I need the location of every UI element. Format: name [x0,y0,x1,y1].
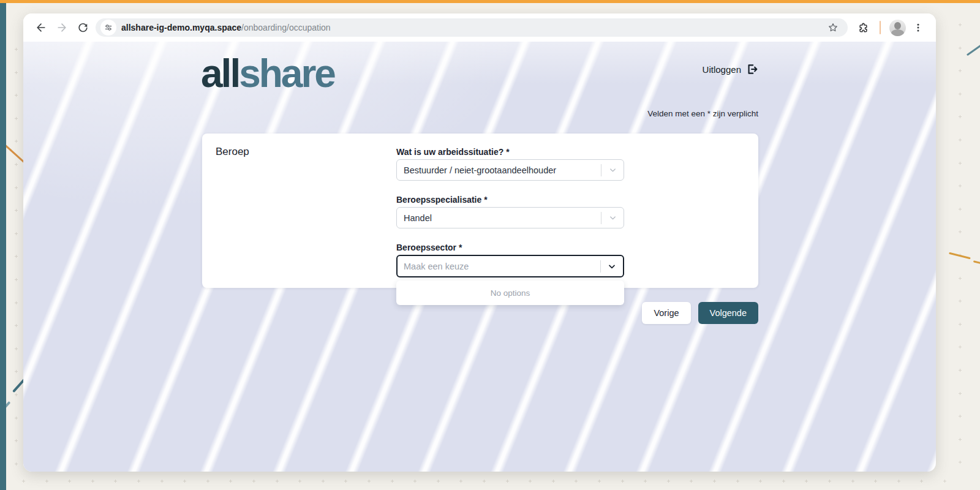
forward-button[interactable] [51,17,72,38]
logout-button[interactable]: Uitloggen [703,63,758,75]
decorative-tick [15,393,18,396]
field-label-sector: Beroepssector * [396,243,462,252]
previous-button[interactable]: Vorige [642,302,690,324]
decorative-tick [15,439,18,442]
decorative-tick [15,209,18,212]
dropdown-empty-message: No options [491,288,530,298]
decorative-tick [943,480,946,483]
reload-button[interactable] [72,17,93,38]
decorative-tick [759,480,762,483]
field-label-arbeidssituatie: Wat is uw arbeidssituatie? * [396,147,510,157]
decorative-tick [920,480,923,483]
decorative-tick [15,94,18,97]
decorative-tick [114,480,117,483]
decorative-tick [15,462,18,466]
select-value: Bestuurder / neiet-grootaandeelhouder [404,165,601,175]
decorative-tick [229,480,232,483]
decorative-tick [959,300,962,303]
decorative-tick [252,480,255,483]
select-sector[interactable]: Maak een keuze [396,255,624,277]
site-info-button[interactable] [100,20,116,36]
required-fields-note: Velden met een * zijn verplicht [647,109,758,118]
decorative-tick [160,480,164,483]
profile-button[interactable] [887,17,908,38]
decorative-tick [15,347,18,350]
decorative-tick [15,324,18,327]
decorative-tick [713,480,716,483]
forward-icon [56,21,68,34]
decorative-tick [22,480,25,483]
select-value: Handel [404,213,601,223]
decorative-tick [529,480,532,483]
decorative-tick [598,480,601,483]
card-title: Beroep [216,146,249,158]
chevron-down-icon [601,262,623,271]
url-bar[interactable]: allshare-ig-demo.myqa.space/onboarding/o… [96,18,848,37]
field-label-specialisatie: Beroepsspecialisatie * [396,195,488,205]
extensions-button[interactable] [853,17,873,38]
select-placeholder: Maak een keuze [404,262,600,271]
chevron-down-icon [601,213,624,222]
sector-dropdown-menu: No options [396,281,624,305]
decorative-tick [959,208,962,211]
decorative-tick [621,480,624,483]
decorative-tick [437,480,440,483]
bookmark-star-icon [827,22,839,33]
decorative-tick [575,480,578,483]
logo-text-all: all [201,51,239,96]
back-icon [35,21,47,34]
decorative-tick [15,370,18,373]
decorative-tick [874,480,877,483]
decorative-tick [15,140,18,143]
decorative-tick [690,480,693,483]
decorative-tick [15,163,18,166]
decorative-tick [183,480,186,483]
decorative-tick [959,162,962,165]
decorative-teal-line [967,44,980,56]
decorative-tick [736,480,739,483]
decorative-tick [805,480,808,483]
browser-toolbar: allshare-ig-demo.myqa.space/onboarding/o… [23,13,936,42]
decorative-tick [959,184,962,187]
logout-label: Uitloggen [703,64,741,75]
decorative-tick [506,480,509,483]
decorative-tick [959,415,962,418]
select-arbeidssituatie[interactable]: Bestuurder / neiet-grootaandeelhouder [396,159,624,181]
back-button[interactable] [31,17,51,38]
decorative-tick [459,480,462,483]
browser-menu-button[interactable] [908,17,929,38]
decorative-tick [322,480,325,483]
logout-icon [746,63,758,75]
menu-dots-icon [913,22,924,33]
decorative-tick [667,480,670,483]
chevron-down-icon [601,165,624,175]
decorative-tick [959,345,962,349]
extensions-puzzle-icon [858,22,869,34]
decorative-tick [298,480,301,483]
reload-icon [77,22,89,34]
decorative-tick [959,392,962,395]
decorative-tick [15,71,18,74]
bookmark-button[interactable] [824,19,842,36]
decorative-tick [828,480,831,483]
decorative-tick [91,480,94,483]
decorative-tick [344,480,347,483]
decorative-tick [959,69,962,72]
decorative-tick [483,480,486,483]
decorative-tick [15,48,18,51]
decorative-tick [391,480,394,483]
decorative-tick [959,115,962,118]
decorative-orange-line [973,260,980,264]
desktop-left-accent-strip [0,3,6,490]
decorative-tick [15,186,18,189]
profile-avatar [889,20,906,36]
next-button[interactable]: Volgende [698,302,758,324]
toolbar-separator [880,21,881,34]
url-text[interactable]: allshare-ig-demo.myqa.space/onboarding/o… [121,23,824,32]
url-domain: allshare-ig-demo.myqa.space [121,23,241,32]
decorative-tick [851,480,854,483]
select-specialisatie[interactable]: Handel [396,207,624,228]
decorative-tick [15,232,18,235]
decorative-tick [15,255,18,258]
wizard-buttons: Vorige Volgende [642,302,758,324]
